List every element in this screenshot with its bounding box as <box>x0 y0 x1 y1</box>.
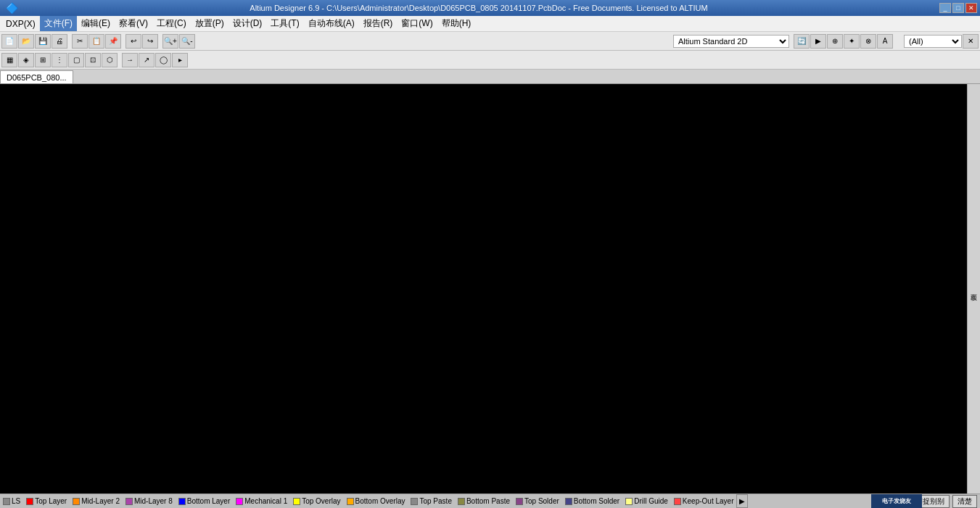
status-mid8[interactable]: Mid-Layer 8 <box>123 494 176 508</box>
status-bottom-paste[interactable]: Bottom Paste <box>455 494 513 508</box>
tb-r2[interactable]: ▶ <box>810 34 826 49</box>
menu-auto[interactable]: 自动布线(A) <box>304 16 359 31</box>
status-drill-guide[interactable]: Drill Guide <box>622 494 671 508</box>
menu-tools[interactable]: 工具(T) <box>266 16 303 31</box>
minimize-button[interactable]: _ <box>939 3 951 13</box>
tb-r5[interactable]: ⊗ <box>860 34 876 49</box>
keepout-dot <box>674 498 681 505</box>
tb2-3[interactable]: ⊞ <box>35 53 51 67</box>
tb2-6[interactable]: ⊡ <box>85 53 101 67</box>
tb-r4[interactable]: ✦ <box>844 34 860 49</box>
bottom-overlay-dot <box>347 498 354 505</box>
top-solder-dot <box>516 498 523 505</box>
window-title: Altium Designer 6.9 - C:\Users\Administr… <box>18 4 939 12</box>
bottom-paste-dot <box>458 498 465 505</box>
tb-print[interactable]: 🖨 <box>52 34 67 49</box>
close-button[interactable]: ✕ <box>965 3 977 13</box>
status-bottom-solder[interactable]: Bottom Solder <box>562 494 622 508</box>
tb-redo[interactable]: ↪ <box>142 34 158 49</box>
menu-place[interactable]: 放置(P) <box>191 16 228 31</box>
menu-window[interactable]: 窗口(W) <box>397 16 437 31</box>
toolbar-1: 📄 📂 💾 🖨 ✂ 📋 📌 ↩ ↪ 🔍+ 🔍- Altium Standard … <box>0 32 980 51</box>
tb2-8[interactable]: → <box>122 53 138 67</box>
top-paste-dot <box>411 498 418 505</box>
mech1-label: Mechanical 1 <box>244 497 287 505</box>
status-keepout[interactable]: Keep-Out Layer <box>671 494 737 508</box>
bottom-solder-label: Bottom Solder <box>574 497 619 505</box>
tb-undo[interactable]: ↩ <box>125 34 141 49</box>
view-combo[interactable]: Altium Standard 2D <box>673 35 789 48</box>
menu-project[interactable]: 工程(C) <box>152 16 191 31</box>
clear-button[interactable]: 清楚 <box>952 495 977 508</box>
bottom-layer-label: Bottom Layer <box>187 497 230 505</box>
tb2-5[interactable]: ▢ <box>68 53 84 67</box>
menu-help[interactable]: 帮助(H) <box>437 16 476 31</box>
top-paste-label: Top Paste <box>419 497 451 505</box>
menu-report[interactable]: 报告(R) <box>359 16 398 31</box>
tb-open[interactable]: 📂 <box>18 34 34 49</box>
tb-r1[interactable]: 🔄 <box>794 34 810 49</box>
status-mechanical1[interactable]: Mechanical 1 <box>233 494 290 508</box>
tb-paste[interactable]: 📌 <box>105 34 121 49</box>
maximize-button[interactable]: □ <box>952 3 964 13</box>
tb-save[interactable]: 💾 <box>35 34 51 49</box>
menu-edit[interactable]: 编辑(E) <box>77 16 115 31</box>
tb-cut[interactable]: ✂ <box>72 34 88 49</box>
drill-guide-dot <box>625 498 633 505</box>
tb-new[interactable]: 📄 <box>1 34 17 49</box>
status-top-paste[interactable]: Top Paste <box>408 494 454 508</box>
bottom-solder-dot <box>565 498 572 505</box>
tb2-4[interactable]: ⋮ <box>52 53 67 67</box>
menu-bar: DXP(X) 文件(F) 编辑(E) 察看(V) 工程(C) 放置(P) 设计(… <box>0 16 980 32</box>
status-ls[interactable]: LS <box>0 494 23 508</box>
tab-bar: D065PCB_080... <box>0 70 980 84</box>
status-bottom-overlay[interactable]: Bottom Overlay <box>344 494 408 508</box>
tb2-7[interactable]: ⬡ <box>102 53 118 67</box>
mid8-label: Mid-Layer 8 <box>134 497 173 505</box>
tb-zoom-in[interactable]: 🔍+ <box>162 34 178 49</box>
logo-text: 电子发烧友 <box>882 497 911 505</box>
ls-dot <box>3 498 10 505</box>
mid2-label: Mid-Layer 2 <box>81 497 120 505</box>
status-bottom-layer[interactable]: Bottom Layer <box>176 494 233 508</box>
tb-r3[interactable]: ⊕ <box>827 34 843 49</box>
status-bar: LS Top Layer Mid-Layer 2 Mid-Layer 8 Bot… <box>0 494 980 508</box>
keepout-label: Keep-Out Layer <box>683 497 734 505</box>
tb-r6[interactable]: A <box>877 34 893 49</box>
tb2-10[interactable]: ◯ <box>155 53 171 67</box>
filter-combo[interactable]: (All) <box>904 35 962 48</box>
title-bar: 🔷 Altium Designer 6.9 - C:\Users\Adminis… <box>0 0 980 16</box>
menu-view[interactable]: 察看(V) <box>115 16 152 31</box>
menu-design[interactable]: 设计(D) <box>228 16 267 31</box>
mid2-dot <box>73 498 80 505</box>
menu-file[interactable]: 文件(F) <box>40 16 77 31</box>
menu-dxp[interactable]: DXP(X) <box>1 17 40 30</box>
window-controls: _ □ ✕ <box>939 3 977 13</box>
status-top-overlay[interactable]: Top Overlay <box>290 494 343 508</box>
bottom-overlay-label: Bottom Overlay <box>355 497 405 505</box>
tb2-9[interactable]: ↗ <box>139 53 155 67</box>
mid8-dot <box>125 498 133 505</box>
tb-zoom-out[interactable]: 🔍- <box>179 34 195 49</box>
top-layer-label: Top Layer <box>35 497 67 505</box>
status-top-solder[interactable]: Top Solder <box>513 494 562 508</box>
logo-area: 电子发烧友 <box>871 494 922 508</box>
top-overlay-label: Top Overlay <box>302 497 340 505</box>
top-layer-dot <box>26 498 33 505</box>
tb-clear[interactable]: ✕ <box>963 34 979 49</box>
tab-pcb[interactable]: D065PCB_080... <box>0 70 73 83</box>
top-overlay-dot <box>293 498 300 505</box>
tb2-1[interactable]: ▦ <box>1 53 17 67</box>
mech1-dot <box>236 498 243 505</box>
tb-copy[interactable]: 📋 <box>88 34 104 49</box>
drill-guide-label: Drill Guide <box>634 497 668 505</box>
bottom-layer-dot <box>178 498 186 505</box>
status-more[interactable]: ▶ <box>736 494 748 508</box>
status-mid2[interactable]: Mid-Layer 2 <box>70 494 123 508</box>
ls-label: LS <box>12 497 20 505</box>
tb2-11[interactable]: ▸ <box>172 53 188 67</box>
top-solder-label: Top Solder <box>524 497 559 505</box>
status-top-layer[interactable]: Top Layer <box>23 494 70 508</box>
bottom-paste-label: Bottom Paste <box>466 497 510 505</box>
tb2-2[interactable]: ◈ <box>18 53 34 67</box>
